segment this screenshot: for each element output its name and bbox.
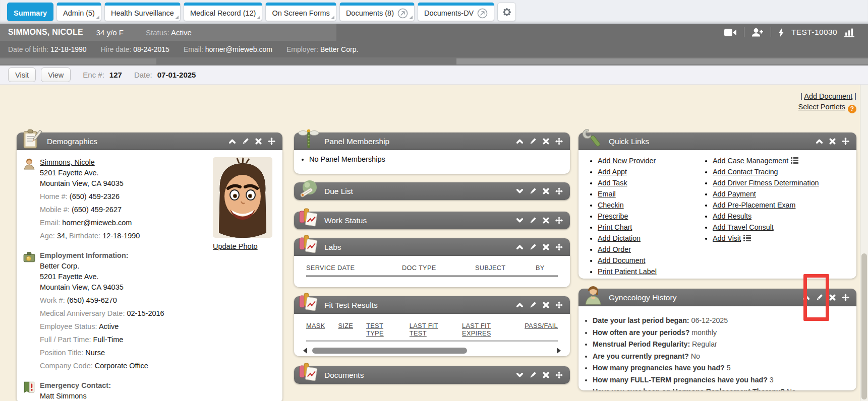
close-portlet-icon[interactable] (255, 138, 262, 145)
portlet-quick-links: Quick Links Add New Provider Add Appt Ad… (578, 132, 856, 279)
popout-arrow-icon[interactable] (397, 8, 408, 19)
quick-link[interactable]: Add Contact Tracing (713, 168, 778, 176)
edit-portlet-icon[interactable] (242, 138, 249, 145)
move-portlet-icon[interactable] (555, 243, 563, 251)
sort-column-link[interactable]: TEST TYPE (366, 322, 396, 337)
tab-summary[interactable]: Summary (7, 3, 53, 21)
patient-age-sex: 34 y/o F (96, 28, 124, 37)
horizontal-scrollbar[interactable] (303, 347, 561, 354)
edit-portlet-icon[interactable] (529, 371, 537, 379)
quick-link[interactable]: Print Patient Label (598, 268, 657, 276)
move-portlet-icon[interactable] (555, 301, 563, 309)
close-portlet-icon[interactable] (542, 217, 550, 224)
banner-scrollbar[interactable] (0, 57, 868, 65)
tab-documents[interactable]: Documents (8) (339, 3, 415, 21)
tab-documents-dv[interactable]: Documents-DV (418, 3, 494, 21)
patient-name-link[interactable]: Simmons, Nicole (40, 158, 95, 166)
lightning-icon[interactable] (778, 28, 784, 37)
collapse-portlet-icon[interactable] (816, 138, 823, 145)
expand-portlet-icon[interactable] (516, 217, 524, 224)
collapse-portlet-icon[interactable] (228, 138, 236, 145)
scroll-thumb[interactable] (312, 348, 467, 354)
add-user-icon[interactable] (751, 28, 764, 37)
quick-link[interactable]: Add Results (713, 212, 751, 220)
portlet-title: Work Status (324, 216, 367, 225)
close-portlet-icon[interactable] (542, 243, 550, 251)
popout-arrow-icon[interactable] (477, 8, 488, 19)
close-portlet-icon[interactable] (542, 371, 550, 379)
move-portlet-icon[interactable] (555, 187, 563, 195)
expand-portlet-icon[interactable] (516, 371, 524, 379)
sort-column-link[interactable]: SIZE (338, 322, 353, 337)
move-portlet-icon[interactable] (842, 138, 849, 145)
close-portlet-icon[interactable] (542, 187, 550, 195)
expand-portlet-icon[interactable] (516, 187, 524, 195)
add-document-link[interactable]: Add Document (804, 92, 852, 100)
move-portlet-icon[interactable] (555, 138, 563, 145)
select-portlets-link[interactable]: Select Portlets (798, 103, 846, 111)
edit-portlet-icon[interactable] (529, 243, 537, 251)
bar-chart-icon[interactable] (844, 28, 856, 37)
quick-link[interactable]: Add Pre-Placement Exam (713, 201, 795, 209)
close-portlet-icon[interactable] (829, 138, 836, 145)
list-icon[interactable] (743, 235, 751, 241)
move-portlet-icon[interactable] (555, 217, 563, 224)
gyn-item: How many pregnancies have you had? 5 (593, 363, 850, 373)
page-scroll-thumb[interactable] (861, 253, 867, 399)
video-camera-icon[interactable] (724, 28, 737, 37)
sort-column-link[interactable]: PASS/FAIL (525, 322, 558, 337)
page-scrollbar[interactable] (860, 85, 868, 401)
sort-column-link[interactable]: MASK (306, 322, 325, 337)
move-portlet-icon[interactable] (268, 138, 275, 145)
close-portlet-icon[interactable] (542, 138, 550, 145)
tab-label: Health Surveillance (111, 9, 174, 17)
edit-portlet-icon[interactable] (529, 138, 537, 145)
sort-column-link[interactable]: LAST FIT EXPIRES (462, 322, 511, 337)
collapse-portlet-icon[interactable] (516, 138, 524, 145)
move-portlet-icon[interactable] (842, 294, 849, 301)
quick-link[interactable]: Add Task (598, 179, 627, 187)
quick-link[interactable]: Add Driver Fitness Determination (713, 179, 819, 187)
tab-admin[interactable]: Admin (5) (56, 3, 101, 21)
close-portlet-icon[interactable] (542, 301, 550, 309)
edit-portlet-icon[interactable] (529, 187, 537, 195)
collapse-portlet-icon[interactable] (516, 243, 524, 251)
tab-settings-button[interactable] (497, 3, 516, 21)
quick-link[interactable]: Print Chart (598, 223, 632, 231)
tab-on-screen-forms[interactable]: On Screen Forms (265, 3, 336, 21)
view-button[interactable]: View (41, 68, 71, 82)
portlet-labs: Labs SERVICE DATE DOC TYPE SUBJECT BY (294, 238, 570, 287)
quick-link[interactable]: Add Payment (713, 190, 756, 198)
list-icon[interactable] (791, 157, 798, 164)
move-portlet-icon[interactable] (555, 371, 563, 379)
quick-link[interactable]: Checkin (598, 201, 624, 209)
quick-link-item: Checkin (598, 201, 699, 210)
scroll-track[interactable] (311, 348, 553, 354)
tab-medical-record[interactable]: Medical Record (12) (184, 3, 263, 21)
scroll-right-icon[interactable] (557, 348, 561, 354)
quick-link[interactable]: Add Visit (713, 234, 741, 242)
banner-field: Email: horner@mieweb.com (184, 45, 272, 53)
quick-link[interactable]: Add Case Management (713, 157, 788, 165)
scroll-left-icon[interactable] (303, 348, 307, 354)
help-icon[interactable]: ? (848, 105, 856, 113)
sort-column-link[interactable]: LAST FIT TEST (410, 322, 449, 337)
update-photo-link[interactable]: Update Photo (213, 241, 258, 252)
visit-button[interactable]: Visit (8, 68, 36, 82)
quick-link[interactable]: Add Document (598, 256, 646, 264)
quick-link[interactable]: Add Travel Consult (713, 223, 774, 231)
portlet-title: Documents (324, 371, 364, 380)
tab-health-surveillance[interactable]: Health Surveillance (104, 3, 181, 21)
edit-portlet-icon[interactable] (529, 217, 537, 224)
edit-portlet-icon[interactable] (529, 301, 537, 309)
quick-link[interactable]: Add New Provider (598, 157, 656, 165)
close-portlet-icon[interactable] (829, 294, 836, 301)
collapse-portlet-icon[interactable] (516, 301, 524, 309)
quick-link[interactable]: Email (598, 190, 616, 198)
quick-link[interactable]: Add Order (598, 245, 631, 253)
banner-scroll-thumb[interactable] (0, 58, 156, 64)
quick-link[interactable]: Add Dictation (598, 234, 641, 242)
quick-link[interactable]: Prescribe (598, 212, 628, 220)
patient-photo (213, 157, 272, 238)
quick-link[interactable]: Add Appt (598, 168, 627, 176)
